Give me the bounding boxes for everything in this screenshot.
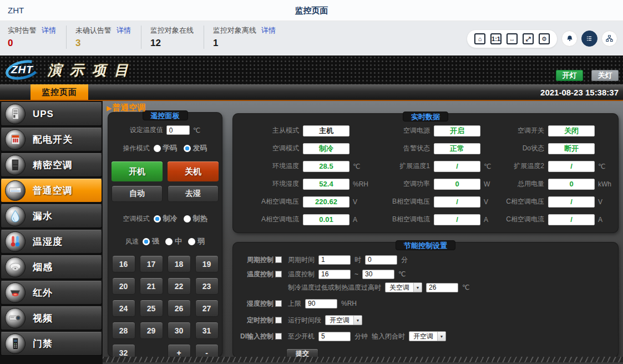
cycle-minute-input[interactable] xyxy=(365,255,397,265)
list-view-icon[interactable] xyxy=(581,31,597,47)
detail-link[interactable]: 详情 xyxy=(42,26,56,36)
field-unit: A xyxy=(480,216,500,224)
fullscreen-icon[interactable]: ⤢ xyxy=(523,33,534,44)
temp-max-input[interactable] xyxy=(362,270,394,279)
sidebar-item[interactable]: 门禁 xyxy=(1,332,102,356)
field-unit: ℃ xyxy=(350,163,369,170)
temp-key[interactable]: 20 xyxy=(112,277,135,295)
body: UPS 配电开关 精密空调 普通空调 漏水 温湿度 xyxy=(0,101,623,364)
temp-key[interactable]: 26 xyxy=(168,300,191,317)
stat-item: 监控对象在线 12 xyxy=(141,26,204,49)
temp-key[interactable]: 19 xyxy=(195,255,219,272)
section-title: ▶ 普通空调 xyxy=(107,103,145,113)
detail-link[interactable]: 详情 xyxy=(261,26,276,36)
field-value-box: 开启 xyxy=(434,125,480,136)
field-label: 告警状态 xyxy=(369,144,434,153)
alarm-bell-icon[interactable] xyxy=(561,31,578,47)
di-closed-label: 输入闭合时 xyxy=(372,332,405,341)
temp-key[interactable]: 21 xyxy=(140,277,163,295)
sidebar-item[interactable]: 漏水 xyxy=(1,204,102,228)
humidity-limit-input[interactable] xyxy=(305,299,337,309)
sidebar-item[interactable]: 视频 xyxy=(1,306,102,330)
radio-option[interactable]: 制热 xyxy=(184,214,207,224)
topology-icon[interactable] xyxy=(601,31,617,47)
field-value-box: / xyxy=(548,214,595,225)
sidebar-item[interactable]: 精密空调 xyxy=(1,153,102,177)
op-mode-row: 操作模式 学码 发码 xyxy=(108,143,222,153)
temp-key[interactable]: 25 xyxy=(140,300,163,317)
cycle-checkbox[interactable] xyxy=(275,256,282,263)
overtemp-action-select[interactable]: 关空调 ▼ xyxy=(385,282,422,292)
di-action-select[interactable]: 开空调 ▼ xyxy=(409,331,446,341)
realtime-field: 主从模式 主机 xyxy=(233,125,369,136)
temp-key[interactable]: 24 xyxy=(112,300,135,317)
temp-key[interactable]: 22 xyxy=(168,277,191,295)
radio-label: 发码 xyxy=(193,143,207,153)
temp-key[interactable]: 29 xyxy=(140,322,163,339)
temp-key[interactable]: 16 xyxy=(112,255,135,272)
light-off-button[interactable]: 关灯 xyxy=(591,70,619,81)
temp-key[interactable]: 23 xyxy=(195,277,219,295)
radio-icon xyxy=(184,215,191,223)
radio-option[interactable]: 发码 xyxy=(184,143,207,153)
radio-label: 弱 xyxy=(197,236,205,246)
temp-key[interactable]: 31 xyxy=(195,322,219,339)
home-icon[interactable]: ⌂ xyxy=(474,33,485,44)
fit-width-icon[interactable]: ↔ xyxy=(506,33,518,44)
temp-min-input[interactable] xyxy=(318,270,351,279)
radio-label: 制冷 xyxy=(163,214,178,224)
temp-checkbox[interactable] xyxy=(275,271,282,277)
cycle-group-label: 周期控制 xyxy=(247,255,273,265)
radio-option[interactable]: 弱 xyxy=(188,236,205,246)
radio-option[interactable]: 学码 xyxy=(154,143,178,153)
radio-icon xyxy=(165,238,173,245)
sidebar-item[interactable]: UPS xyxy=(1,102,102,126)
temp-key[interactable]: 27 xyxy=(195,300,219,317)
sidebar-item[interactable]: 配电开关 xyxy=(1,128,102,151)
humidity-checkbox[interactable] xyxy=(275,300,282,307)
temp-key[interactable]: 18 xyxy=(168,255,191,272)
timer-checkbox[interactable] xyxy=(275,317,282,323)
sidebar-item[interactable]: 温湿度 xyxy=(1,230,102,254)
di-minutes-input[interactable] xyxy=(318,332,351,341)
cycle-control-row: 周期控制 周期时间 时 分 xyxy=(237,254,618,265)
radio-option[interactable]: 中 xyxy=(165,236,182,246)
di-checkbox[interactable] xyxy=(275,333,282,340)
one-to-one-zoom-icon[interactable]: 1:1 xyxy=(490,33,502,44)
realtime-field: B相空调电流 / A xyxy=(369,214,500,225)
di-min-on-label: 至少开机 xyxy=(288,332,315,341)
radio-option[interactable]: 强 xyxy=(143,236,159,246)
tab-monitor-page[interactable]: 监控页面 xyxy=(31,84,88,100)
realtime-field: B相空调电压 / V xyxy=(369,196,500,208)
sidebar-item[interactable]: 红外 xyxy=(1,281,102,305)
field-label: 扩展温度1 xyxy=(369,161,434,171)
sidebar-item-label: 漏水 xyxy=(33,210,53,223)
light-on-button[interactable]: 开灯 xyxy=(556,70,583,81)
settings-gear-icon[interactable]: ⚙ xyxy=(539,33,550,44)
power-off-button[interactable]: 关机 xyxy=(168,161,219,181)
overtemp-value-input[interactable] xyxy=(426,283,458,292)
temp-key[interactable]: 28 xyxy=(112,322,135,339)
detail-link[interactable]: 详情 xyxy=(117,26,131,36)
dehumidify-button[interactable]: 去湿 xyxy=(168,185,219,202)
field-value-box: 关闭 xyxy=(548,125,595,136)
field-value: 0 xyxy=(569,180,573,188)
sidebar-item[interactable]: 烟感 xyxy=(1,255,102,279)
field-value: / xyxy=(456,215,458,224)
sidebar-item[interactable]: 普通空调 xyxy=(1,179,102,203)
realtime-field: 总用电量 0 kWh xyxy=(500,178,615,190)
field-unit: V xyxy=(350,198,369,206)
radio-icon xyxy=(143,238,150,245)
temp-key[interactable]: 17 xyxy=(140,255,163,272)
timer-action-select[interactable]: 开空调 ▼ xyxy=(325,315,362,325)
ac-mode-label: 空调模式 xyxy=(123,214,150,224)
radio-option[interactable]: 制冷 xyxy=(154,214,178,224)
power-on-button[interactable]: 开机 xyxy=(112,161,163,181)
panel-tab-realtime: 实时数据 xyxy=(403,112,448,122)
realtime-field: 环境温度 28.5 ℃ xyxy=(233,160,369,172)
logo-text: ZHT xyxy=(11,64,33,76)
temp-key[interactable]: 30 xyxy=(168,322,191,339)
set-temp-input[interactable] xyxy=(166,125,190,135)
auto-button[interactable]: 自动 xyxy=(112,185,163,202)
cycle-hour-input[interactable] xyxy=(318,255,351,265)
